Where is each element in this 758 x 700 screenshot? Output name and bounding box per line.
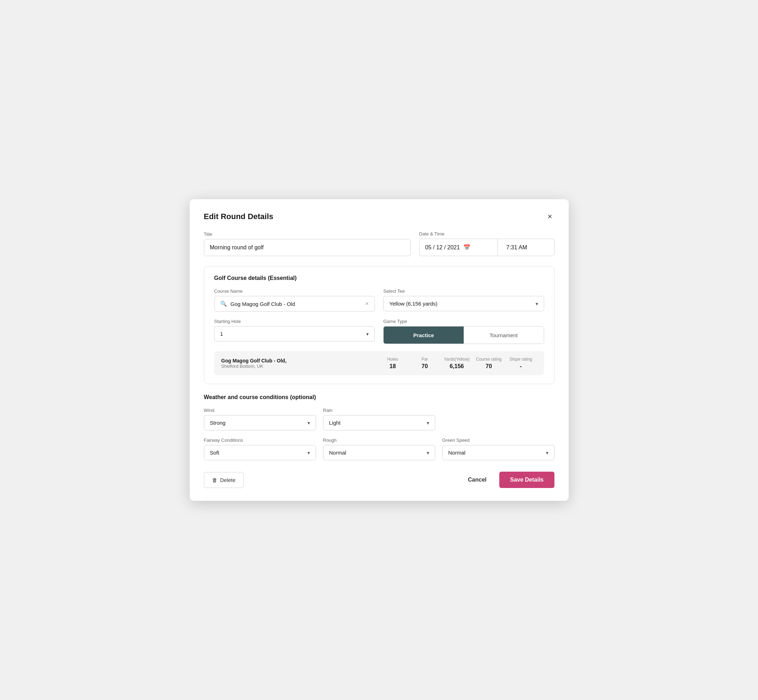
course-stat-yards: Yards(Yellow) 6,156 [441,357,473,370]
fairway-label: Fairway Conditions [204,438,316,443]
green-speed-group: Green Speed Normal ▾ [442,438,554,460]
footer-right: Cancel Save Details [462,472,554,488]
starting-hole-game-row: Starting Hole 1 ▾ Game Type Practice Tou… [214,319,544,344]
select-tee-label: Select Tee [383,289,544,294]
starting-hole-label: Starting Hole [214,319,375,324]
course-info-name: Gog Magog Golf Club - Old, [221,358,377,364]
modal-footer: 🗑 Delete Cancel Save Details [204,470,554,488]
title-input[interactable] [204,239,411,256]
fairway-group: Fairway Conditions Soft ▾ [204,438,316,460]
calendar-icon: 📅 [464,244,470,251]
rough-value: Normal [329,450,346,456]
rough-label: Rough [323,438,435,443]
rain-label: Rain [323,408,435,413]
delete-button[interactable]: 🗑 Delete [204,472,244,488]
wind-rain-row: Wind Strong ▾ Rain Light ▾ [204,408,554,430]
modal-header: Edit Round Details × [204,212,554,221]
course-name-label: Course Name [214,289,375,294]
select-tee-value: Yellow (6,156 yards) [389,300,437,306]
rain-dropdown[interactable]: Light ▾ [323,415,435,430]
date-time-inputs: 05 / 12 / 2021 📅 7:31 AM [419,239,554,256]
course-info-bar: Gog Magog Golf Club - Old, Shelford Bott… [214,351,544,375]
modal-title: Edit Round Details [204,212,274,221]
top-row: Title Date & Time 05 / 12 / 2021 📅 7:31 … [204,231,554,256]
delete-label: Delete [220,477,236,483]
time-input[interactable]: 7:31 AM [498,239,554,256]
holes-value: 18 [390,363,396,370]
course-stat-par: Par 70 [409,357,441,370]
fairway-value: Soft [210,450,219,456]
weather-title: Weather and course conditions (optional) [204,394,554,400]
course-name-input[interactable] [230,301,362,307]
rough-group: Rough Normal ▾ [323,438,435,460]
yards-value: 6,156 [449,363,464,370]
par-value: 70 [422,363,428,370]
chevron-down-icon-2: ▾ [366,331,369,337]
slope-rating-value: - [520,363,522,370]
date-value: 05 / 12 / 2021 [425,244,460,251]
fairway-rough-green-row: Fairway Conditions Soft ▾ Rough Normal ▾… [204,438,554,460]
tournament-button[interactable]: Tournament [464,327,544,344]
course-name-tee-row: Course Name 🔍 × Select Tee Yellow (6,156… [214,289,544,312]
chevron-down-icon-3: ▾ [307,420,310,426]
weather-section: Weather and course conditions (optional)… [204,394,554,460]
close-button[interactable]: × [545,212,554,221]
chevron-down-icon-5: ▾ [307,450,310,456]
chevron-down-icon: ▾ [536,301,538,306]
course-stat-holes: Holes 18 [377,357,409,370]
wind-group: Wind Strong ▾ [204,408,316,430]
clear-icon[interactable]: × [365,300,369,307]
chevron-down-icon-6: ▾ [427,450,429,456]
course-rating-label: Course rating [476,357,501,362]
date-input[interactable]: 05 / 12 / 2021 📅 [419,239,498,256]
course-name-input-wrap[interactable]: 🔍 × [214,296,375,312]
save-button[interactable]: Save Details [499,472,554,488]
wind-dropdown[interactable]: Strong ▾ [204,415,316,430]
green-speed-label: Green Speed [442,438,554,443]
starting-hole-dropdown[interactable]: 1 ▾ [214,326,375,341]
practice-button[interactable]: Practice [384,327,464,344]
course-stat-course-rating: Course rating 70 [473,357,505,370]
golf-section-title: Golf Course details (Essential) [214,275,544,281]
course-name-group: Course Name 🔍 × [214,289,375,312]
search-icon: 🔍 [220,300,227,307]
green-speed-value: Normal [448,450,465,456]
wind-value: Strong [210,420,226,426]
trash-icon: 🗑 [212,477,218,483]
title-label: Title [204,231,411,237]
select-tee-dropdown[interactable]: Yellow (6,156 yards) ▾ [383,296,544,311]
golf-course-section: Golf Course details (Essential) Course N… [204,266,554,384]
yards-label: Yards(Yellow) [444,357,470,362]
date-time-label: Date & Time [419,231,554,236]
title-field-group: Title [204,231,411,256]
game-type-group: Game Type Practice Tournament [383,319,544,344]
time-value: 7:31 AM [506,244,528,251]
course-info-name-block: Gog Magog Golf Club - Old, Shelford Bott… [221,358,377,369]
game-type-toggle: Practice Tournament [383,326,544,344]
starting-hole-group: Starting Hole 1 ▾ [214,319,375,344]
chevron-down-icon-4: ▾ [427,420,429,426]
par-label: Par [421,357,428,362]
rough-dropdown[interactable]: Normal ▾ [323,445,435,460]
rain-group: Rain Light ▾ [323,408,435,430]
game-type-label: Game Type [383,319,544,324]
starting-hole-value: 1 [220,331,223,337]
green-speed-dropdown[interactable]: Normal ▾ [442,445,554,460]
course-stat-slope-rating: Slope rating - [505,357,537,370]
chevron-down-icon-7: ▾ [546,450,548,456]
rain-value: Light [329,420,341,426]
wind-label: Wind [204,408,316,413]
course-info-location: Shelford Bottom, UK [221,364,377,369]
edit-round-modal: Edit Round Details × Title Date & Time 0… [190,199,568,501]
cancel-button[interactable]: Cancel [462,473,492,487]
slope-rating-label: Slope rating [509,357,532,362]
fairway-dropdown[interactable]: Soft ▾ [204,445,316,460]
date-time-group: Date & Time 05 / 12 / 2021 📅 7:31 AM [419,231,554,256]
select-tee-group: Select Tee Yellow (6,156 yards) ▾ [383,289,544,312]
course-rating-value: 70 [486,363,492,370]
holes-label: Holes [387,357,398,362]
